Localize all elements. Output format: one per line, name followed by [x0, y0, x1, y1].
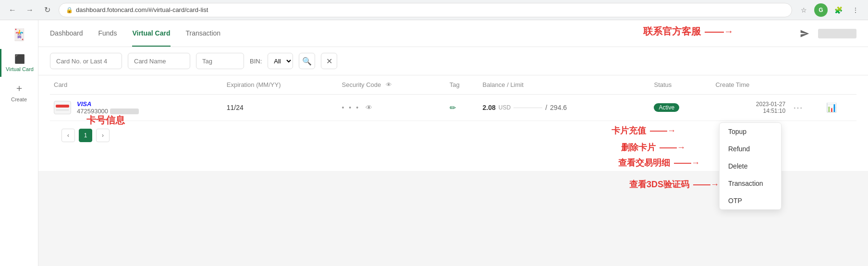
create-date: 2023-01-27: [715, 101, 785, 108]
balance-info: 2.08 USD / 294.6: [483, 104, 647, 111]
eye-icon[interactable]: 👁: [366, 104, 372, 111]
visa-brand: VISA: [77, 100, 139, 108]
clear-icon: ✕: [326, 57, 332, 66]
card-icon: [54, 101, 71, 114]
context-topup[interactable]: Topup: [720, 123, 781, 140]
bin-select[interactable]: All: [268, 53, 293, 69]
browser-icons: ☆ G 🧩 ⋮: [797, 3, 862, 17]
card-cell: VISA 472593000: [50, 95, 223, 121]
top-nav: Dashboard Funds Virtual Card Transaction: [38, 20, 868, 47]
prev-page-button[interactable]: ‹: [61, 129, 75, 142]
balance-limit: 294.6: [550, 104, 567, 111]
profile-icon[interactable]: G: [814, 3, 828, 17]
create-plus-icon: ＋: [14, 82, 24, 95]
expiration-cell: 11/24: [223, 95, 338, 121]
chart-cell: 📊: [822, 95, 856, 121]
tag-edit-icon[interactable]: ✏: [450, 104, 456, 112]
sidebar-create-button[interactable]: ＋ Create: [11, 77, 27, 107]
action-dots-cell: ⋯: [789, 95, 822, 121]
send-message-icon[interactable]: [797, 26, 812, 41]
col-balance: Balance / Limit: [479, 75, 650, 95]
back-button[interactable]: ←: [6, 3, 19, 17]
nav-dashboard[interactable]: Dashboard: [50, 20, 83, 47]
menu-icon[interactable]: ⋮: [849, 3, 862, 17]
status-cell: Active: [650, 95, 711, 121]
col-chart: [822, 75, 856, 95]
virtual-card-icon: ⬛: [14, 54, 25, 64]
security-code-cell: • • • 👁: [338, 95, 446, 121]
search-icon: 🔍: [302, 57, 312, 66]
refresh-button[interactable]: ↻: [40, 3, 54, 17]
card-info: VISA 472593000: [54, 100, 219, 115]
col-security-code: Security Code 👁: [338, 75, 446, 95]
context-refund[interactable]: Refund: [720, 140, 781, 157]
table-row: VISA 472593000 11/24: [50, 95, 856, 121]
user-info-bar: [818, 29, 856, 38]
nav-funds[interactable]: Funds: [98, 20, 117, 47]
col-create-time: Create Time: [711, 75, 789, 95]
balance-amount: 2.08: [483, 104, 496, 111]
lock-icon: 🔒: [66, 7, 73, 13]
security-code: • • •: [342, 104, 360, 111]
browser-bar: ← → ↻ 🔒 dashboard.fotoncard.com/#/virtua…: [0, 0, 868, 20]
context-menu: Topup Refund Delete Transaction OTP: [719, 122, 782, 210]
action-menu-button[interactable]: ⋯: [793, 102, 803, 113]
balance-cell: 2.08 USD / 294.6: [479, 95, 650, 121]
bin-label: BIN:: [250, 58, 262, 65]
address-bar[interactable]: 🔒 dashboard.fotoncard.com/#/virtual-card…: [59, 3, 792, 17]
star-icon[interactable]: ☆: [797, 3, 810, 17]
create-time: 2023-01-27 14:51:10: [715, 101, 785, 114]
eye-toggle-header-icon[interactable]: 👁: [386, 81, 392, 88]
url-text: dashboard.fotoncard.com/#/virtual-card/c…: [76, 6, 208, 13]
sidebar-item-label: Virtual Card: [6, 66, 34, 72]
status-badge: Active: [654, 103, 679, 112]
nav-right-area: [797, 26, 856, 41]
logo-icon: 🃏: [12, 28, 26, 41]
sidebar-item-virtual-card[interactable]: ⬛ Virtual Card: [0, 49, 38, 77]
card-name-input[interactable]: [128, 53, 190, 69]
balance-limit-prefix: /: [545, 104, 547, 111]
create-time-value: 14:51:10: [715, 108, 785, 114]
chart-icon[interactable]: 📊: [826, 103, 837, 112]
col-actions: [789, 75, 822, 95]
expiration-date: 11/24: [227, 104, 244, 111]
forward-button[interactable]: →: [23, 3, 37, 17]
filter-bar: BIN: All 🔍 ✕: [38, 47, 868, 75]
create-label: Create: [11, 97, 27, 102]
balance-currency: USD: [499, 104, 511, 111]
card-number-input[interactable]: [50, 53, 122, 69]
browser-controls: ← → ↻: [6, 3, 54, 17]
search-button[interactable]: 🔍: [299, 53, 315, 69]
logo: 🃏: [12, 20, 26, 49]
tag-input[interactable]: [196, 53, 244, 69]
cards-table: Card Expiration (MM/YY) Security Code 👁 …: [50, 75, 856, 121]
context-transaction[interactable]: Transaction: [720, 175, 781, 192]
context-otp[interactable]: OTP: [720, 192, 781, 209]
nav-virtual-card[interactable]: Virtual Card: [132, 20, 170, 47]
clear-button[interactable]: ✕: [321, 53, 337, 69]
create-time-cell: 2023-01-27 14:51:10: [711, 95, 789, 121]
col-expiration: Expiration (MM/YY): [223, 75, 338, 95]
extension-icon[interactable]: 🧩: [831, 3, 845, 17]
nav-transaction[interactable]: Transaction: [186, 20, 221, 47]
context-delete[interactable]: Delete: [720, 157, 781, 175]
card-number: 472593000: [77, 108, 108, 115]
page-1-button[interactable]: 1: [79, 129, 92, 142]
tag-cell: ✏: [446, 95, 479, 121]
col-card: Card: [50, 75, 223, 95]
sidebar: 🃏 ⬛ Virtual Card ＋ Create: [0, 20, 38, 266]
next-page-button[interactable]: ›: [96, 129, 110, 142]
col-tag: Tag: [446, 75, 479, 95]
col-status: Status: [650, 75, 711, 95]
card-number-masked: [110, 109, 139, 114]
